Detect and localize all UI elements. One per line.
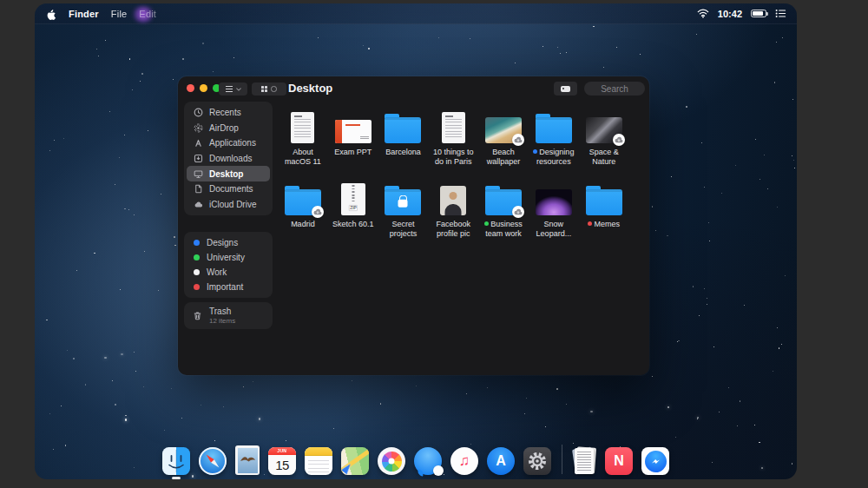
list-view-button[interactable]	[219, 82, 247, 96]
star	[104, 357, 106, 359]
messenger-icon	[641, 447, 669, 475]
menu-bar: Finder File Edit 10:42	[35, 3, 797, 24]
star	[98, 56, 99, 56]
messages-icon	[414, 447, 442, 475]
file-item-about-macos-11[interactable]: About macOS 11	[278, 105, 328, 177]
star	[119, 157, 120, 158]
star	[760, 179, 760, 180]
battery-icon[interactable]	[751, 10, 766, 17]
menu-item-file[interactable]: File	[111, 9, 128, 19]
finder-icon	[162, 447, 190, 475]
star	[192, 475, 194, 477]
safari-icon	[199, 447, 227, 475]
menu-item-finder[interactable]: Finder	[69, 9, 99, 19]
star	[134, 467, 135, 468]
sidebar-item-label: Desktop	[209, 169, 243, 179]
wifi-icon[interactable]	[697, 6, 709, 22]
dock-item-music[interactable]: ♫	[450, 447, 478, 475]
dock-item-documents-stack[interactable]	[573, 446, 596, 475]
star	[515, 63, 516, 63]
tag-icon	[561, 86, 570, 92]
dock-item-photos[interactable]	[378, 447, 405, 475]
navigation-arrow-icon	[341, 462, 353, 474]
dock-item-messenger[interactable]	[641, 447, 669, 475]
dock-item-news[interactable]: N	[605, 447, 633, 475]
sidebar-tag-important[interactable]: Important	[184, 280, 273, 294]
file-label: About macOS 11	[279, 148, 327, 166]
file-item-designing-resources[interactable]: Designing resources	[529, 105, 579, 177]
file-item-madrid[interactable]: Madrid	[278, 177, 328, 249]
star	[593, 26, 595, 28]
file-item-barcelona[interactable]: Barcelona	[378, 105, 429, 177]
close-button[interactable]	[187, 84, 194, 92]
file-item-sketch-60-1[interactable]: ZIP Sketch 60.1	[328, 177, 378, 249]
file-item-secret-projects[interactable]: Secret projects	[378, 177, 429, 249]
dock-item-finder[interactable]	[162, 447, 190, 475]
apple-logo-icon[interactable]	[45, 8, 56, 20]
star	[128, 209, 129, 210]
dock-item-messages[interactable]	[414, 447, 442, 475]
sidebar-item-airdrop[interactable]: AirDrop	[187, 121, 270, 136]
file-item-10-things-to-do-in-paris[interactable]: 10 things to do in Paris	[428, 105, 478, 177]
file-item-space-nature[interactable]: Space & Nature	[579, 105, 629, 177]
star	[115, 184, 115, 185]
file-item-snow-leopard[interactable]: Snow Leopard...	[529, 177, 579, 249]
dock-item-calendar[interactable]: JUN15	[268, 447, 296, 475]
star	[701, 142, 702, 143]
sidebar-item-recents[interactable]: Recents	[187, 105, 270, 121]
sidebar-item-trash[interactable]: Trash 12 items	[184, 302, 273, 329]
star	[65, 445, 67, 446]
notification-center-icon[interactable]	[775, 6, 786, 22]
minimize-button[interactable]	[200, 84, 207, 92]
dock-item-photo-bird[interactable]	[235, 445, 260, 475]
dock-item-maps[interactable]	[341, 447, 369, 475]
lock-icon	[398, 200, 408, 208]
star	[603, 67, 604, 68]
star	[735, 165, 736, 166]
star	[148, 130, 148, 131]
star	[141, 73, 143, 75]
file-item-memes[interactable]: Memes	[579, 177, 629, 249]
star	[243, 386, 244, 387]
tag-label: University	[207, 253, 245, 262]
zip-archive-icon: ZIP	[341, 183, 365, 215]
star	[761, 467, 763, 469]
sidebar-tag-university[interactable]: University	[184, 250, 273, 265]
star	[707, 304, 707, 305]
file-icon-wrap	[385, 177, 421, 215]
file-label: Sketch 60.1	[329, 220, 378, 229]
sidebar-item-downloads[interactable]: Downloads	[187, 151, 270, 167]
star	[487, 387, 488, 388]
star	[368, 48, 370, 49]
file-item-business-team-work[interactable]: Business team work	[478, 177, 529, 249]
sidebar-item-desktop[interactable]: Desktop	[187, 166, 270, 181]
sidebar-tag-designs[interactable]: Designs	[184, 235, 273, 250]
sidebar-item-icloud-drive[interactable]: iCloud Drive	[187, 197, 270, 213]
sidebar-tag-work[interactable]: Work	[184, 265, 273, 280]
tag-button[interactable]	[554, 82, 577, 96]
star	[671, 176, 672, 177]
dock-item-notes[interactable]	[305, 447, 332, 475]
star	[542, 46, 543, 47]
search-input[interactable]	[584, 82, 645, 96]
dock-item-safari[interactable]	[199, 447, 227, 475]
file-item-beach-wallpaper[interactable]: Beach wallpaper	[478, 105, 529, 177]
gallery-view-icon	[271, 86, 277, 92]
star	[318, 37, 319, 38]
star	[214, 440, 215, 441]
file-item-exam-ppt[interactable]: Exam PPT	[328, 105, 378, 177]
sidebar-item-documents[interactable]: Documents	[187, 181, 270, 197]
dock-item-settings[interactable]	[523, 447, 551, 475]
menu-item-edit[interactable]: Edit	[139, 9, 156, 19]
file-label: Secret projects	[378, 220, 427, 238]
document-icon	[442, 112, 465, 143]
tag-label: Important	[207, 282, 243, 292]
sidebar-item-applications[interactable]: Applications	[187, 135, 270, 151]
star	[773, 371, 773, 372]
star	[73, 358, 75, 359]
dock-item-app-store[interactable]: A	[487, 447, 515, 475]
file-item-facebook-profile-pic[interactable]: Facebook profile pic	[428, 177, 478, 249]
clock-icon	[194, 108, 203, 117]
star	[590, 411, 592, 412]
view-options-button[interactable]	[252, 82, 286, 96]
